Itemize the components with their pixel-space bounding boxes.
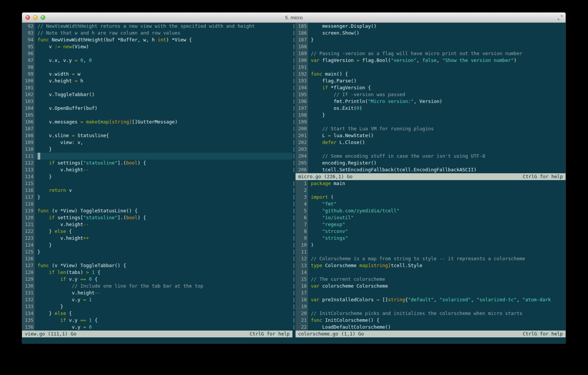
code-line-13[interactable]: |13type Colorscheme map[string]tcell.Sty… (292, 262, 566, 269)
code-line-109[interactable]: 109 view: v, (22, 139, 292, 146)
code-line-93[interactable]: 93// Note that w and h are raw column an… (22, 30, 292, 36)
code-line-128[interactable]: 128 if len(tabs) > 1 { (22, 269, 292, 276)
code-line-202[interactable]: |202 defer L.Close() (292, 139, 566, 146)
code-line-125[interactable]: 125} (22, 248, 292, 255)
code-line-114[interactable]: 114 } (22, 173, 292, 180)
code-line-136[interactable]: 136 v.y = 0 (22, 324, 292, 331)
zoom-button[interactable] (41, 15, 45, 20)
code-line-5[interactable]: |5 "github.com/zyedidia/tcell" (292, 207, 566, 214)
code-line-4[interactable]: |4 "fmt" (292, 201, 566, 207)
code-line-204[interactable]: |204 // Some encoding stuff in case the … (292, 153, 566, 160)
code-line-201[interactable]: |201 L = lua.NewState() (292, 132, 566, 139)
code-line-110[interactable]: 110 } (22, 146, 292, 153)
code-line-113[interactable]: 113 v.height-- (22, 166, 292, 173)
code-line-103[interactable]: 103 (22, 98, 292, 105)
code-line-101[interactable]: 101 (22, 84, 292, 91)
code-line-105[interactable]: 105 (22, 112, 292, 119)
code-line-102[interactable]: 102 v.ToggleTabbar() (22, 91, 292, 98)
code-line-118[interactable]: 118 (22, 201, 292, 207)
code-line-16[interactable]: |16var colorscheme Colorscheme (292, 283, 566, 290)
code-line-126[interactable]: 126 (22, 255, 292, 262)
code-line-107[interactable]: 107 (22, 125, 292, 132)
code-line-12[interactable]: |12// Colorscheme is a map from string t… (292, 255, 566, 262)
code-line-15[interactable]: |15// The current colorscheme (292, 276, 566, 283)
code-line-2[interactable]: |2 (292, 187, 566, 194)
code-line-6[interactable]: |6 "io/ioutil" (292, 214, 566, 221)
code-line-104[interactable]: 104 v.OpenBuffer(buf) (22, 105, 292, 112)
code-line-124[interactable]: 124 } (22, 242, 292, 248)
window-titlebar[interactable]: 5. micro (22, 13, 566, 23)
code-line-206[interactable]: |206 tcell.SetEncodingFallback(tcell.Enc… (292, 166, 566, 173)
code-line-18[interactable]: |18var preInstalledColors = []string{"de… (292, 296, 566, 303)
code-line-14[interactable]: |14 (292, 269, 566, 276)
code-line-111[interactable]: 111 (22, 153, 292, 160)
code-line-135[interactable]: 135 if v.y == 1 { (22, 317, 292, 324)
code-line-99[interactable]: 99 v.width = w (22, 71, 292, 78)
code-line-120[interactable]: 120 if settings["statusline"].(bool) { (22, 214, 292, 221)
code-line-196[interactable]: |196 fmt.Println("Micro version:", Versi… (292, 98, 566, 105)
code-line-95[interactable]: 95 v := new(View) (22, 43, 292, 50)
code-line-191[interactable]: |191 (292, 64, 566, 71)
code-line-129[interactable]: 129 if v.y == 0 { (22, 276, 292, 283)
code-line-11[interactable]: |11 (292, 248, 566, 255)
code-line-131[interactable]: 131 v.height-- (22, 290, 292, 296)
code-line-96[interactable]: 96 (22, 50, 292, 57)
code-line-194[interactable]: |194 if *flagVersion { (292, 84, 566, 91)
code-line-198[interactable]: |198 } (292, 112, 566, 119)
pane-view-go[interactable]: 92// NewViewWidthHeight returns a new vi… (22, 23, 292, 344)
close-button[interactable] (25, 15, 30, 20)
code-line-10[interactable]: |10) (292, 242, 566, 248)
code-line-195[interactable]: |195 // If -version was passed (292, 91, 566, 98)
code-line-117[interactable]: 117} (22, 194, 292, 201)
code-line-9[interactable]: |9 "strings" (292, 235, 566, 242)
code-line-119[interactable]: 119func (v *View) ToggleStatusLine() { (22, 207, 292, 214)
code-line-108[interactable]: 108 v.sline = Statusline{ (22, 132, 292, 139)
code-line-123[interactable]: 123 v.height++ (22, 235, 292, 242)
code-line-94[interactable]: 94func NewViewWidthHeight(buf *Buffer, w… (22, 36, 292, 43)
code-line-92[interactable]: 92// NewViewWidthHeight returns a new vi… (22, 23, 292, 30)
code-line-199[interactable]: |199 (292, 119, 566, 125)
code-line-193[interactable]: |193 flag.Parse() (292, 78, 566, 84)
code-line-20[interactable]: |20// InitColorscheme picks and initiali… (292, 310, 566, 317)
code-line-106[interactable]: 106 v.messages = make(map[string][]Gutte… (22, 119, 292, 125)
code-text: v.messages = make(map[string][]GutterMes… (35, 119, 292, 125)
fullscreen-icon[interactable] (558, 15, 563, 20)
code-line-3[interactable]: |3import ( (292, 194, 566, 201)
code-line-187[interactable]: |187} (292, 36, 566, 43)
code-line-1[interactable]: |1package main (292, 180, 566, 187)
code-line-115[interactable]: 115 (22, 180, 292, 187)
code-line-116[interactable]: 116 return v (22, 187, 292, 194)
code-line-134[interactable]: 134 } else { (22, 310, 292, 317)
code-line-186[interactable]: |186 screen.Show() (292, 30, 566, 36)
code-line-98[interactable]: 98 (22, 64, 292, 71)
code-line-130[interactable]: 130 // Include one line for the tab bar … (22, 283, 292, 290)
code-line-185[interactable]: |185 messenger.Display() (292, 23, 566, 30)
pane-divider-glyph: | (292, 310, 296, 317)
pane-colorscheme-go[interactable]: |1package main|2|3import (|4 "fmt"|5 "gi… (292, 180, 566, 337)
code-line-205[interactable]: |205 encoding.Register() (292, 160, 566, 166)
code-line-100[interactable]: 100 v.height = h (22, 78, 292, 84)
code-line-192[interactable]: |192func main() { (292, 71, 566, 78)
minimize-button[interactable] (33, 15, 38, 20)
code-line-132[interactable]: 132 v.y = 1 (22, 296, 292, 303)
code-line-133[interactable]: 133 } (22, 303, 292, 310)
code-line-190[interactable]: |190var flagVersion = flag.Bool("version… (292, 57, 566, 64)
code-line-97[interactable]: 97 v.x, v.y = 0, 0 (22, 57, 292, 64)
pane-micro-go[interactable]: |185 messenger.Display()|186 screen.Show… (292, 23, 566, 180)
code-line-127[interactable]: 127func (v *View) ToggleTabbar() { (22, 262, 292, 269)
code-line-17[interactable]: |17 (292, 290, 566, 296)
right-pane-column: |185 messenger.Display()|186 screen.Show… (292, 23, 566, 344)
code-line-188[interactable]: |188 (292, 43, 566, 50)
code-line-22[interactable]: |22 LoadDefaultColorscheme() (292, 324, 566, 331)
code-line-121[interactable]: 121 v.height-- (22, 221, 292, 228)
code-line-189[interactable]: |189// Passing -version as a flag will h… (292, 50, 566, 57)
code-line-21[interactable]: |21func InitColorscheme() { (292, 317, 566, 324)
code-line-19[interactable]: |19 (292, 303, 566, 310)
code-line-122[interactable]: 122 } else { (22, 228, 292, 235)
code-line-112[interactable]: 112 if settings["statusline"].(bool) { (22, 160, 292, 166)
code-line-200[interactable]: |200 // Start the Lua VM for running plu… (292, 125, 566, 132)
code-line-197[interactable]: |197 os.Exit(0) (292, 105, 566, 112)
code-line-7[interactable]: |7 "regexp" (292, 221, 566, 228)
code-line-203[interactable]: |203 (292, 146, 566, 153)
code-line-8[interactable]: |8 "strconv" (292, 228, 566, 235)
